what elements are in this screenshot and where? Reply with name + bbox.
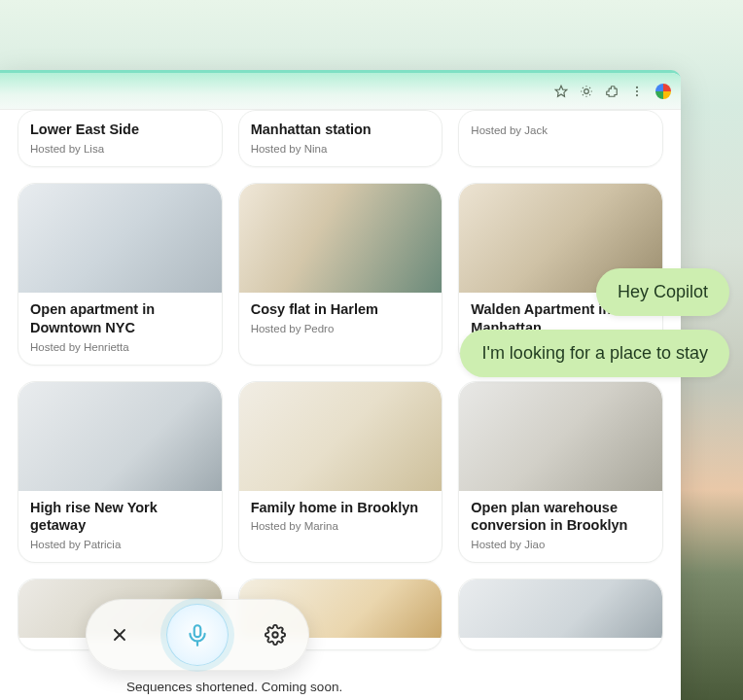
menu-dots-icon[interactable]	[630, 85, 644, 98]
listing-title: Lower East Side	[30, 121, 210, 141]
extensions-icon[interactable]	[605, 85, 619, 98]
listing-title: Open apartment in Downtown NYC	[18, 293, 222, 339]
listing-card[interactable]: High rise New York getaway Hosted by Pat…	[18, 381, 223, 564]
svg-point-9	[272, 632, 278, 638]
listing-card[interactable]: Open plan warehouse conversion in Brookl…	[458, 381, 663, 564]
listing-title: Manhattan station	[251, 121, 431, 141]
microphone-button[interactable]	[166, 604, 229, 666]
listing-card[interactable]: Open apartment in Downtown NYC Hosted by…	[18, 183, 223, 366]
browser-toolbar	[0, 73, 681, 110]
listing-thumbnail	[459, 579, 662, 638]
listing-title: Family home in Brooklyn	[239, 491, 442, 519]
listing-card[interactable]: Family home in Brooklyn Hosted by Marina	[238, 381, 443, 564]
listing-title: Open plan warehouse conversion in Brookl…	[459, 491, 662, 538]
profile-avatar-icon[interactable]	[655, 84, 671, 99]
listing-card[interactable]	[458, 578, 663, 650]
listing-host: Hosted by Jack	[471, 122, 651, 136]
svg-rect-7	[195, 625, 201, 637]
listing-card[interactable]: Lower East Side Hosted by Lisa	[18, 110, 223, 167]
listing-host: Hosted by Patricia	[18, 537, 222, 550]
listing-title: High rise New York getaway	[18, 491, 222, 538]
listing-host: Hosted by Pedro	[239, 321, 442, 334]
user-message-bubble: I'm looking for a place to stay	[460, 330, 729, 377]
listing-thumbnail	[459, 382, 662, 491]
listing-title: Cosy flat in Harlem	[239, 293, 442, 321]
bookmark-star-icon[interactable]	[554, 85, 568, 98]
disclaimer-text: Sequences shortened. Coming soon.	[126, 680, 342, 694]
svg-marker-0	[555, 86, 567, 96]
svg-point-2	[636, 86, 638, 88]
svg-point-4	[636, 94, 638, 96]
listing-host: Hosted by Henrietta	[18, 339, 222, 353]
listing-card[interactable]: Cosy flat in Harlem Hosted by Pedro	[238, 183, 443, 366]
listing-thumbnail	[18, 184, 222, 293]
listing-thumbnail	[18, 382, 222, 491]
close-button[interactable]	[100, 615, 139, 654]
listing-host: Hosted by Lisa	[30, 141, 210, 155]
copilot-chat-bubbles: Hey Copilot I'm looking for a place to s…	[460, 268, 729, 377]
listing-thumbnail	[239, 184, 442, 293]
listing-host: Hosted by Nina	[251, 141, 431, 155]
desktop-background: Lower East Side Hosted by Lisa Manhattan…	[0, 0, 743, 700]
listing-thumbnail	[239, 382, 442, 491]
svg-point-1	[584, 88, 589, 93]
listing-host: Hosted by Jiao	[459, 537, 662, 550]
copilot-voice-bar	[86, 599, 309, 671]
user-message-bubble: Hey Copilot	[596, 268, 729, 316]
svg-point-3	[636, 89, 638, 91]
listings-grid: Lower East Side Hosted by Lisa Manhattan…	[18, 110, 663, 650]
settings-button[interactable]	[256, 615, 295, 654]
listing-card[interactable]: Manhattan station Hosted by Nina	[238, 110, 443, 167]
listing-host: Hosted by Marina	[239, 518, 442, 532]
sun-icon[interactable]	[580, 85, 593, 98]
listing-card[interactable]: Hosted by Jack	[458, 110, 663, 167]
